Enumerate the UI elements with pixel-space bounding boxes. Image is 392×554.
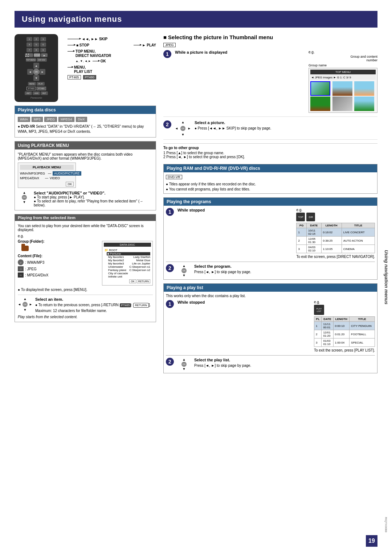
play-list-nav-icons: PLAYLIST	[314, 305, 375, 315]
programs-step1-eg: e.g. TOP DIR PG D	[296, 208, 375, 259]
programs-nav-icons: TOP DIR	[296, 213, 375, 221]
pt480-badge: PT480	[83, 75, 97, 79]
playing-play-list-section: Playing a play list This works only when…	[163, 283, 377, 373]
playing-play-list-header: Playing a play list	[164, 284, 377, 292]
to-go-step2: 2 Press [◄, ►] to select the group and p…	[163, 155, 377, 159]
programs-step2-number-col: 2	[166, 264, 174, 277]
col-length: LENGTH	[321, 223, 342, 228]
wma-mp3-jpeg-label: WMA/MP3/JPEG	[20, 172, 45, 175]
thumbnail-section-title: ■ Selecting the picture in Thumbnail men…	[163, 34, 377, 40]
playing-programs-header: Playing the programs	[164, 198, 377, 206]
play-list-exit-bullet: To exit the screen, press [PLAY LIST].	[314, 348, 375, 352]
ok-label-row: ▲, ▼, ◄,► ► OK	[75, 59, 156, 63]
top-menu-label-thumb: TOP MENU	[310, 70, 376, 74]
top-menu-label: TOP MENU,	[75, 49, 95, 53]
playing-ram-section: Playing RAM and DVD-R/-RW (DVD-VR) discs…	[163, 164, 377, 194]
date1: 10/1102:15	[307, 228, 322, 237]
programs-row-1: 1 10/1102:15 0:16:02 LIVE CONCERT	[297, 228, 375, 237]
pl-title1: CITY PENGUIN	[350, 322, 375, 330]
programs-step2-label: Select the program.	[194, 264, 375, 268]
playing-programs-section: Playing the programs 1 While stopped e.g…	[163, 197, 377, 280]
playing-play-list-content: This works only when the disc contains a…	[164, 292, 377, 373]
playing-data-discs-header: Playing data discs	[15, 106, 156, 114]
step2-number: 2	[163, 120, 171, 128]
title3: CINEMA	[342, 245, 375, 253]
play-list-step1-label: While stopped	[177, 300, 310, 304]
top-menu-label-row: ► TOP MENU, DIRECT NAVIGATOR	[68, 49, 156, 58]
ram-bullet1: ● Titles appear only if the titles are r…	[166, 182, 375, 186]
step1-content: While a picture is displayed	[175, 50, 305, 113]
play-list-step1-number-col: 1	[166, 300, 174, 352]
play-list-step1-eg: e.g. PLAYLIST PL	[314, 300, 375, 352]
play-list-step1-number: 1	[166, 300, 174, 308]
playback-menu-content: "PLAYBACK MENU" screen appears when the …	[15, 149, 156, 210]
playing-from-content: You can select to play from your desired…	[15, 221, 156, 322]
pl3: 3	[314, 338, 321, 347]
thumbnail-preview-box: TOP MENU ◄ JPEG images ► G 1: C 3/ 9	[309, 68, 377, 113]
title1: LIVE CONCERT	[342, 228, 375, 237]
video-option: VIDEO	[50, 176, 60, 180]
group-folder-row: Group (Folder):	[18, 239, 99, 243]
top-menu-icon: TOP	[296, 213, 305, 221]
direct-nav-bullet: To exit the screen, press [DIRECT NAVIGA…	[296, 255, 375, 259]
date3: 04/0302:10	[307, 245, 322, 253]
playing-data-discs-section: Playing data discs WMA MP3 JPEG MPEG4 Di…	[15, 106, 156, 138]
max-chars-bullet: Maximum: 12 characters for file/folder n…	[35, 309, 151, 313]
programs-table: PG DATE LENGTH TITLE 1 10/11	[296, 223, 375, 253]
step1-label: While a picture is displayed	[175, 50, 305, 54]
playing-data-discs-content: WMA MP3 JPEG MPEG4 DivX ● DVD-VR Select …	[15, 114, 156, 137]
pl-date2: 12/0101:20	[322, 330, 333, 338]
pl1: 1	[314, 322, 321, 330]
dvd-vr-format-badge: DVD-VR	[166, 175, 375, 181]
programs-step2-nav: ▲ ▼ OK	[177, 264, 191, 277]
pl-col-title: TITLE	[350, 317, 375, 322]
col-title: TITLE	[342, 223, 375, 228]
play-list-table: PL DATE LENGTH TITLE 1 11/11	[314, 316, 375, 347]
thumbnail-grid	[310, 81, 376, 111]
riqtx-code: RIQTX0088	[384, 517, 388, 532]
play-list-step2-dpad: ▲ ▼ OK	[177, 358, 191, 371]
remote-labels: ► ◄◄, ►► SKIP ► ■ STOP ► ► PLAY	[68, 34, 156, 102]
col-date: DATE	[307, 223, 322, 228]
pl-length1: 0:00:10	[333, 322, 350, 330]
ok-icon-area: OK	[20, 182, 74, 186]
programs-step1-number-col: 1	[166, 208, 174, 259]
format-badges: WMA MP3 JPEG MPEG4 DivX	[18, 117, 153, 122]
play-list-label: PLAY LIST	[74, 70, 92, 74]
group-name-annotation: Group name	[309, 63, 377, 67]
select-text: Select "AUDIO/PICTURE" or "VIDEO". ● To …	[34, 191, 153, 207]
thumbnail-section: ■ Selecting the picture in Thumbnail men…	[163, 34, 377, 159]
playing-programs-content: 1 While stopped e.g. TOP DIR	[164, 206, 377, 279]
left-column: 1 2 3 4 5 6 7 8 9	[15, 34, 156, 377]
remote-area: 1 2 3 4 5 6 7 8 9	[15, 34, 156, 102]
thumb-img-5	[332, 97, 352, 111]
black-square-icon: ■	[163, 34, 167, 40]
page-title: Using navigation menus	[15, 11, 377, 28]
playback-menu-desc: "PLAYBACK MENU" screen appears when the …	[18, 152, 153, 160]
group-folder-label: Group (Folder):	[18, 239, 44, 243]
step2-dpad: ▲ ▼ ◄ ► OK	[175, 120, 191, 136]
page-container: Using navigation menus 1 2 3 4	[0, 0, 392, 554]
playing-from-layout: Group (Folder): Content (File): ♪	[18, 239, 153, 286]
data-disc-tree: DATA-DISC 📁 ROOT ■ Perfume My favorite1L…	[102, 239, 153, 286]
select-item-text: Select an item. ● To return to the previ…	[35, 297, 151, 313]
pl-length2: 0:01:20	[333, 330, 350, 338]
thumbnail-step1: 1 While a picture is displayed e.g. Grou…	[163, 50, 377, 117]
programs-step1-content: While stopped	[177, 208, 293, 259]
step2-label: Select a picture.	[195, 120, 377, 125]
pg1: 1	[297, 228, 307, 237]
wma-badge: WMA	[18, 117, 30, 122]
stop-label-row: ► ■ STOP ► ► PLAY	[68, 43, 156, 47]
mp3-badge: MP3	[32, 117, 43, 122]
to-go-step1: 1 Press [▲] to select the group name.	[163, 151, 377, 155]
playback-menu-box: PLAYBACK MENU WMA/MP3/JPEG — AUDIO/PICTU…	[18, 163, 76, 188]
page-number: 19	[366, 535, 377, 547]
step1-eg: e.g. Group and contentnumber Group name …	[309, 50, 377, 113]
pl-title2: FOOTBALL	[350, 330, 375, 338]
select-item-instruction: Select an item.	[35, 297, 151, 301]
play-list-step1: 1 While stopped e.g. PLAYLIST	[166, 300, 375, 352]
group-content-number-label: Group and contentnumber	[309, 55, 377, 62]
wma-mp3-content-label: : WMA/MP3	[25, 260, 44, 264]
step2-number-col: 2	[163, 120, 171, 136]
thumb-img-3	[354, 81, 374, 96]
